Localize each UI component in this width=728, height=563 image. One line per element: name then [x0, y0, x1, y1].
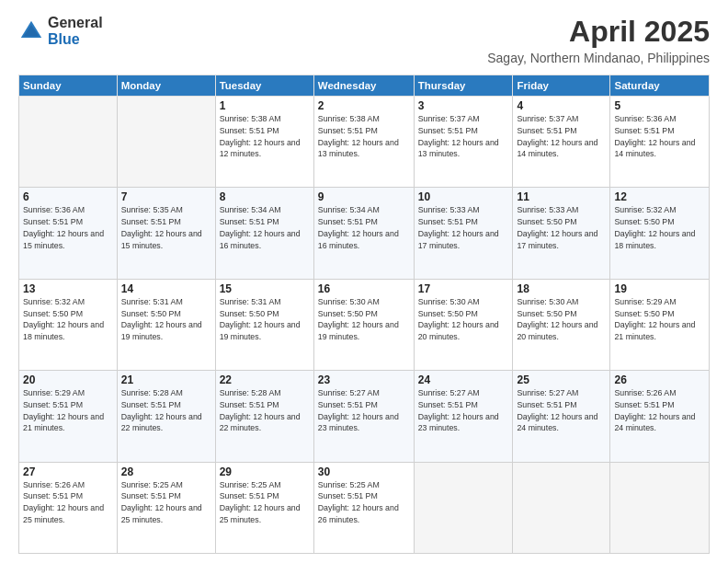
- day-cell: 24Sunrise: 5:27 AM Sunset: 5:51 PM Dayli…: [414, 371, 513, 462]
- week-row-3: 13Sunrise: 5:32 AM Sunset: 5:50 PM Dayli…: [19, 279, 710, 370]
- day-info: Sunrise: 5:27 AM Sunset: 5:51 PM Dayligh…: [517, 387, 606, 434]
- header-row: Sunday Monday Tuesday Wednesday Thursday…: [19, 75, 710, 97]
- day-number: 4: [517, 99, 606, 112]
- col-wednesday: Wednesday: [313, 75, 414, 97]
- day-number: 9: [318, 190, 410, 203]
- day-cell: 22Sunrise: 5:28 AM Sunset: 5:51 PM Dayli…: [215, 371, 313, 462]
- day-cell: [19, 97, 118, 188]
- week-row-4: 20Sunrise: 5:29 AM Sunset: 5:51 PM Dayli…: [19, 371, 710, 462]
- day-cell: 2Sunrise: 5:38 AM Sunset: 5:51 PM Daylig…: [313, 97, 414, 188]
- day-number: 19: [614, 282, 705, 295]
- day-info: Sunrise: 5:33 AM Sunset: 5:50 PM Dayligh…: [517, 204, 606, 251]
- day-cell: 3Sunrise: 5:37 AM Sunset: 5:51 PM Daylig…: [414, 97, 513, 188]
- day-info: Sunrise: 5:30 AM Sunset: 5:50 PM Dayligh…: [517, 296, 606, 343]
- day-info: Sunrise: 5:31 AM Sunset: 5:50 PM Dayligh…: [121, 296, 211, 343]
- calendar-title: April 2025: [487, 15, 710, 49]
- day-info: Sunrise: 5:25 AM Sunset: 5:51 PM Dayligh…: [220, 479, 310, 526]
- day-number: 5: [614, 99, 705, 112]
- day-info: Sunrise: 5:32 AM Sunset: 5:50 PM Dayligh…: [23, 296, 113, 343]
- page: General Blue April 2025 Sagay, Northern …: [0, 0, 728, 563]
- day-info: Sunrise: 5:36 AM Sunset: 5:51 PM Dayligh…: [23, 204, 113, 251]
- week-row-2: 6Sunrise: 5:36 AM Sunset: 5:51 PM Daylig…: [19, 188, 710, 279]
- day-cell: 11Sunrise: 5:33 AM Sunset: 5:50 PM Dayli…: [513, 188, 610, 279]
- col-tuesday: Tuesday: [215, 75, 313, 97]
- day-number: 27: [23, 465, 113, 478]
- day-number: 16: [318, 282, 410, 295]
- day-info: Sunrise: 5:35 AM Sunset: 5:51 PM Dayligh…: [121, 204, 211, 251]
- calendar-table: Sunday Monday Tuesday Wednesday Thursday…: [18, 75, 710, 554]
- day-info: Sunrise: 5:34 AM Sunset: 5:51 PM Dayligh…: [318, 204, 410, 251]
- day-number: 23: [318, 373, 410, 386]
- day-number: 20: [23, 373, 113, 386]
- day-cell: 28Sunrise: 5:25 AM Sunset: 5:51 PM Dayli…: [117, 462, 215, 553]
- day-number: 6: [23, 190, 113, 203]
- day-number: 28: [121, 465, 211, 478]
- day-cell: 23Sunrise: 5:27 AM Sunset: 5:51 PM Dayli…: [313, 371, 414, 462]
- day-cell: 7Sunrise: 5:35 AM Sunset: 5:51 PM Daylig…: [117, 188, 215, 279]
- day-number: 21: [121, 373, 211, 386]
- col-saturday: Saturday: [610, 75, 710, 97]
- day-info: Sunrise: 5:36 AM Sunset: 5:51 PM Dayligh…: [614, 113, 705, 160]
- day-info: Sunrise: 5:31 AM Sunset: 5:50 PM Dayligh…: [220, 296, 310, 343]
- day-cell: 20Sunrise: 5:29 AM Sunset: 5:51 PM Dayli…: [19, 371, 118, 462]
- day-cell: 9Sunrise: 5:34 AM Sunset: 5:51 PM Daylig…: [313, 188, 414, 279]
- day-info: Sunrise: 5:37 AM Sunset: 5:51 PM Dayligh…: [418, 113, 509, 160]
- day-cell: [513, 462, 610, 553]
- day-info: Sunrise: 5:25 AM Sunset: 5:51 PM Dayligh…: [318, 479, 410, 526]
- col-friday: Friday: [513, 75, 610, 97]
- day-info: Sunrise: 5:37 AM Sunset: 5:51 PM Dayligh…: [517, 113, 606, 160]
- day-info: Sunrise: 5:28 AM Sunset: 5:51 PM Dayligh…: [121, 387, 211, 434]
- day-cell: 27Sunrise: 5:26 AM Sunset: 5:51 PM Dayli…: [19, 462, 118, 553]
- day-cell: [117, 97, 215, 188]
- day-number: 13: [23, 282, 113, 295]
- day-info: Sunrise: 5:26 AM Sunset: 5:51 PM Dayligh…: [23, 479, 113, 526]
- day-cell: 5Sunrise: 5:36 AM Sunset: 5:51 PM Daylig…: [610, 97, 710, 188]
- day-cell: 8Sunrise: 5:34 AM Sunset: 5:51 PM Daylig…: [215, 188, 313, 279]
- day-number: 22: [220, 373, 310, 386]
- header: General Blue April 2025 Sagay, Northern …: [18, 15, 710, 65]
- logo-general-text: General: [48, 15, 103, 31]
- logo: General Blue: [18, 15, 103, 47]
- day-info: Sunrise: 5:25 AM Sunset: 5:51 PM Dayligh…: [121, 479, 211, 526]
- day-number: 17: [418, 282, 509, 295]
- day-cell: 29Sunrise: 5:25 AM Sunset: 5:51 PM Dayli…: [215, 462, 313, 553]
- day-number: 8: [220, 190, 310, 203]
- day-number: 11: [517, 190, 606, 203]
- day-number: 1: [220, 99, 310, 112]
- day-cell: 6Sunrise: 5:36 AM Sunset: 5:51 PM Daylig…: [19, 188, 118, 279]
- day-info: Sunrise: 5:32 AM Sunset: 5:50 PM Dayligh…: [614, 204, 705, 251]
- day-cell: 16Sunrise: 5:30 AM Sunset: 5:50 PM Dayli…: [313, 279, 414, 370]
- logo-blue-text: Blue: [48, 31, 103, 48]
- day-cell: 14Sunrise: 5:31 AM Sunset: 5:50 PM Dayli…: [117, 279, 215, 370]
- day-info: Sunrise: 5:27 AM Sunset: 5:51 PM Dayligh…: [418, 387, 509, 434]
- day-info: Sunrise: 5:28 AM Sunset: 5:51 PM Dayligh…: [220, 387, 310, 434]
- day-number: 7: [121, 190, 211, 203]
- day-number: 2: [318, 99, 410, 112]
- day-cell: 17Sunrise: 5:30 AM Sunset: 5:50 PM Dayli…: [414, 279, 513, 370]
- day-cell: 13Sunrise: 5:32 AM Sunset: 5:50 PM Dayli…: [19, 279, 118, 370]
- logo-text: General Blue: [48, 15, 103, 47]
- week-row-1: 1Sunrise: 5:38 AM Sunset: 5:51 PM Daylig…: [19, 97, 710, 188]
- day-number: 29: [220, 465, 310, 478]
- day-info: Sunrise: 5:26 AM Sunset: 5:51 PM Dayligh…: [614, 387, 705, 434]
- day-number: 24: [418, 373, 509, 386]
- calendar-subtitle: Sagay, Northern Mindanao, Philippines: [487, 51, 710, 65]
- day-info: Sunrise: 5:29 AM Sunset: 5:50 PM Dayligh…: [614, 296, 705, 343]
- day-cell: 25Sunrise: 5:27 AM Sunset: 5:51 PM Dayli…: [513, 371, 610, 462]
- day-info: Sunrise: 5:30 AM Sunset: 5:50 PM Dayligh…: [318, 296, 410, 343]
- logo-icon: [18, 18, 44, 44]
- day-cell: 12Sunrise: 5:32 AM Sunset: 5:50 PM Dayli…: [610, 188, 710, 279]
- day-number: 15: [220, 282, 310, 295]
- day-cell: 21Sunrise: 5:28 AM Sunset: 5:51 PM Dayli…: [117, 371, 215, 462]
- day-info: Sunrise: 5:33 AM Sunset: 5:51 PM Dayligh…: [418, 204, 509, 251]
- day-cell: 15Sunrise: 5:31 AM Sunset: 5:50 PM Dayli…: [215, 279, 313, 370]
- day-cell: 10Sunrise: 5:33 AM Sunset: 5:51 PM Dayli…: [414, 188, 513, 279]
- col-thursday: Thursday: [414, 75, 513, 97]
- col-sunday: Sunday: [19, 75, 118, 97]
- day-cell: [414, 462, 513, 553]
- day-number: 14: [121, 282, 211, 295]
- day-number: 26: [614, 373, 705, 386]
- col-monday: Monday: [117, 75, 215, 97]
- week-row-5: 27Sunrise: 5:26 AM Sunset: 5:51 PM Dayli…: [19, 462, 710, 553]
- day-info: Sunrise: 5:27 AM Sunset: 5:51 PM Dayligh…: [318, 387, 410, 434]
